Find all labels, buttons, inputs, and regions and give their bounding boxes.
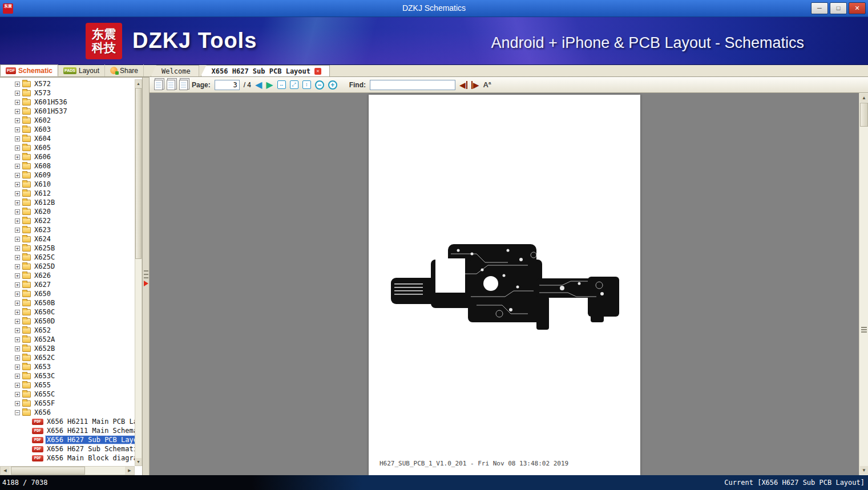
folder-label[interactable]: X608: [33, 162, 52, 170]
tree-folder-row[interactable]: +X625C: [0, 253, 135, 262]
folder-label[interactable]: X625C: [33, 253, 56, 261]
folder-label[interactable]: X605: [33, 144, 52, 152]
tree-folder-row[interactable]: +X622: [0, 216, 135, 225]
document-label[interactable]: X656 H627 Sub PCB Layout: [46, 436, 135, 444]
sidebar-splitter[interactable]: [142, 78, 150, 476]
folder-label[interactable]: X604: [33, 135, 52, 143]
tree-folder-row[interactable]: +X612: [0, 189, 135, 198]
expand-icon[interactable]: +: [15, 118, 20, 123]
expand-icon[interactable]: +: [15, 228, 20, 233]
tree-folder-row[interactable]: +X625D: [0, 262, 135, 271]
document-label[interactable]: X656 H6211 Main Schematic: [46, 427, 135, 435]
expand-icon[interactable]: +: [15, 145, 20, 151]
tree-folder-row[interactable]: +X601H536: [0, 98, 135, 107]
tree-folder-row[interactable]: +X653: [0, 362, 135, 371]
splitter-grip-icon[interactable]: [144, 270, 148, 278]
expand-icon[interactable]: +: [15, 164, 20, 169]
folder-label[interactable]: X653C: [33, 372, 56, 380]
folder-label[interactable]: X650: [33, 290, 52, 298]
doc-tab-welcome[interactable]: Welcome: [151, 65, 199, 76]
page-number-input[interactable]: [215, 80, 240, 90]
expand-icon[interactable]: +: [15, 127, 20, 132]
tree-folder-row[interactable]: +X625B: [0, 244, 135, 253]
tree-folder-row[interactable]: +X652B: [0, 344, 135, 353]
expand-icon[interactable]: +: [15, 173, 20, 178]
folder-label[interactable]: X572: [33, 80, 52, 88]
tab-share[interactable]: Share: [105, 64, 144, 76]
previous-page-icon[interactable]: ◀: [255, 80, 262, 90]
maximize-button[interactable]: □: [830, 2, 847, 14]
tree-folder-row[interactable]: +X573: [0, 88, 135, 98]
tree-folder-row[interactable]: +X606: [0, 152, 135, 161]
folder-label[interactable]: X652C: [33, 354, 56, 362]
expand-icon[interactable]: +: [15, 182, 20, 187]
close-tab-icon[interactable]: ✕: [314, 68, 321, 75]
collapse-icon[interactable]: −: [15, 410, 20, 415]
expand-icon[interactable]: +: [15, 355, 20, 361]
folder-label[interactable]: X652A: [33, 335, 56, 343]
folder-label[interactable]: X655F: [33, 399, 56, 407]
folder-label[interactable]: X625D: [33, 262, 56, 270]
sidebar-horizontal-scrollbar[interactable]: ◀ ▶: [0, 466, 135, 475]
tree-folder-row[interactable]: +X653C: [0, 371, 135, 380]
find-previous-icon[interactable]: ◀: [459, 81, 467, 89]
tab-layout[interactable]: PADS Layout: [58, 64, 105, 76]
expand-icon[interactable]: +: [15, 337, 20, 342]
expand-icon[interactable]: +: [15, 91, 20, 96]
content-scroll-down-icon[interactable]: ▼: [860, 466, 868, 475]
expand-icon[interactable]: +: [15, 136, 20, 141]
expand-icon[interactable]: +: [15, 237, 20, 242]
document-label[interactable]: X656 Main Block diagram: [46, 454, 135, 462]
scroll-down-icon[interactable]: ▼: [135, 458, 142, 465]
expand-icon[interactable]: +: [15, 155, 20, 160]
expand-icon[interactable]: +: [15, 401, 20, 406]
tree-folder-row[interactable]: +X612B: [0, 198, 135, 207]
folder-label[interactable]: X652B: [33, 345, 56, 353]
close-button[interactable]: ✕: [849, 2, 866, 14]
tree-folder-row[interactable]: +X626: [0, 271, 135, 280]
document-label[interactable]: X656 H6211 Main PCB Layout: [46, 418, 135, 426]
tree-folder-row[interactable]: +X602: [0, 116, 135, 125]
expand-icon[interactable]: +: [15, 310, 20, 315]
tree-folder-row[interactable]: +X608: [0, 161, 135, 171]
expand-icon[interactable]: +: [15, 328, 20, 333]
folder-label[interactable]: X655C: [33, 390, 56, 398]
tree-folder-row[interactable]: +X652C: [0, 353, 135, 362]
sidebar-hscroll-thumb[interactable]: [11, 467, 85, 475]
folder-label[interactable]: X606: [33, 153, 52, 161]
doc-tab-active[interactable]: X656 H627 Sub PCB Layout ✕: [201, 65, 330, 76]
expand-icon[interactable]: +: [15, 291, 20, 297]
content-splitter-grip-icon[interactable]: [861, 327, 867, 333]
scroll-right-icon[interactable]: ▶: [125, 467, 134, 475]
fit-page-icon[interactable]: ⤢: [290, 80, 298, 89]
folder-label[interactable]: X601H537: [33, 107, 68, 115]
snapshot-icon[interactable]: [154, 80, 163, 90]
tree-folder-row[interactable]: +X655: [0, 380, 135, 390]
expand-icon[interactable]: +: [15, 301, 20, 306]
scroll-left-icon[interactable]: ◀: [1, 467, 10, 475]
tree-document-row[interactable]: PDFX656 H627 Sub Schematic: [0, 444, 135, 453]
content-scroll-up-icon[interactable]: ▲: [860, 94, 868, 102]
folder-label[interactable]: X623: [33, 226, 52, 234]
tree-document-row[interactable]: PDFX656 H6211 Main Schematic: [0, 426, 135, 435]
tree-folder-row[interactable]: +X603: [0, 125, 135, 134]
expand-icon[interactable]: +: [15, 282, 20, 287]
folder-label[interactable]: X653: [33, 363, 52, 371]
tree-folder-row[interactable]: +X620: [0, 207, 135, 216]
expand-icon[interactable]: +: [15, 383, 20, 388]
expand-icon[interactable]: +: [15, 374, 20, 379]
tree-folder-row[interactable]: +X655C: [0, 390, 135, 399]
tree-folder-row[interactable]: +X605: [0, 143, 135, 152]
expand-icon[interactable]: +: [15, 100, 20, 105]
zoom-out-icon[interactable]: −: [315, 80, 324, 90]
folder-label[interactable]: X603: [33, 125, 52, 133]
tree-folder-row[interactable]: +X624: [0, 234, 135, 244]
copy-page-icon[interactable]: [167, 80, 175, 90]
sidebar-scroll-thumb[interactable]: [135, 88, 142, 259]
tree-folder-row[interactable]: −X656: [0, 408, 135, 417]
folder-label[interactable]: X624: [33, 235, 52, 243]
tree-folder-row[interactable]: +X627: [0, 280, 135, 289]
tree-folder-row[interactable]: +X650D: [0, 317, 135, 326]
expand-icon[interactable]: +: [15, 191, 20, 196]
expand-icon[interactable]: +: [15, 218, 20, 224]
